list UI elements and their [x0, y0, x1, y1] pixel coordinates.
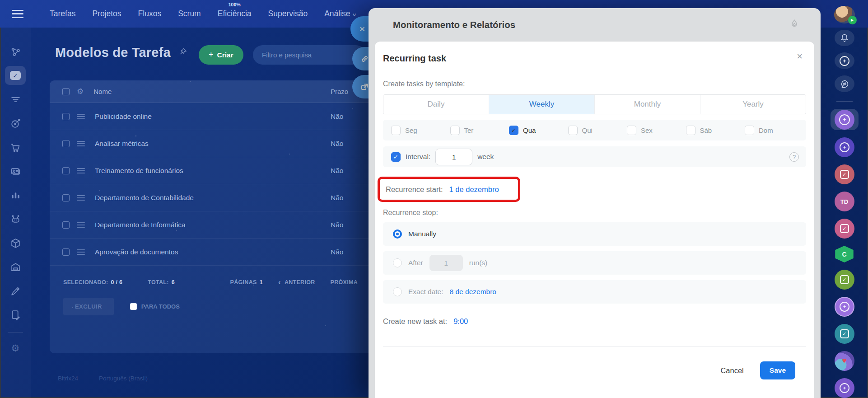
row-menu-icon[interactable] — [77, 248, 85, 256]
tasks-check-icon[interactable]: ✓ — [5, 66, 26, 85]
document-edit-icon[interactable] — [5, 305, 26, 324]
create-button[interactable]: + Criar — [199, 45, 243, 65]
gear-icon[interactable]: ⚙ — [5, 339, 26, 358]
copilot-icon[interactable] — [835, 52, 854, 69]
table-settings-gear-icon[interactable]: ⚙ — [77, 87, 84, 96]
tab-yearly[interactable]: Yearly — [700, 95, 806, 114]
interval-checkbox[interactable]: ✓ — [391, 152, 401, 162]
search-input[interactable] — [262, 51, 357, 59]
app-hexagon-c[interactable]: C — [835, 246, 854, 262]
active-app-highlight — [831, 109, 859, 130]
day-checkbox-ter[interactable]: Ter — [450, 126, 504, 135]
nav-item-fluxos[interactable]: Fluxos — [138, 9, 162, 19]
radio-icon[interactable] — [393, 258, 402, 267]
row-checkbox[interactable] — [62, 113, 70, 120]
cancel-button[interactable]: Cancel — [720, 366, 743, 375]
task-templates-table: ⚙ Nome Prazo Publicidade onlineNão Anali… — [50, 80, 371, 353]
nav-item-analise[interactable]: Análise∨ — [324, 9, 356, 19]
row-menu-icon[interactable] — [77, 167, 85, 175]
row-checkbox[interactable] — [62, 194, 70, 201]
prev-page-button[interactable]: ‹ANTERIOR — [278, 278, 315, 286]
row-menu-icon[interactable] — [77, 140, 85, 148]
app-copilot-indigo[interactable] — [835, 137, 854, 157]
next-page-button[interactable]: PRÓXIMA — [331, 279, 358, 286]
table-row[interactable]: Aprovação de documentosNão — [50, 239, 371, 266]
row-menu-icon[interactable] — [77, 194, 85, 202]
day-checkbox-qui[interactable]: Qui — [568, 126, 621, 135]
question-circle-icon[interactable]: ? — [789, 152, 799, 162]
recurrence-start-date-link[interactable]: 1 de dezembro — [449, 185, 499, 194]
pen-icon[interactable] — [5, 281, 26, 300]
nav-item-projetos[interactable]: Projetos — [92, 9, 121, 19]
app-tasks-rose[interactable]: ✓ — [835, 164, 854, 184]
day-checkbox-qua[interactable]: ✓Qua — [509, 126, 562, 135]
interval-input[interactable] — [435, 149, 472, 165]
app-tasks-green[interactable]: ✓ — [835, 270, 854, 290]
table-row[interactable]: Departamento de ContabilidadeNão — [50, 184, 371, 211]
stop-option-manually[interactable]: Manually — [383, 222, 806, 246]
building-icon[interactable] — [5, 258, 26, 276]
pin-icon[interactable] — [178, 47, 187, 58]
day-checkbox-sab[interactable]: Sáb — [686, 126, 739, 135]
interval-row: ✓ Interval: week ? — [383, 146, 806, 167]
flame-icon[interactable] — [789, 19, 800, 31]
after-runs-input[interactable] — [429, 255, 463, 271]
for-all-checkbox[interactable]: PARA TODOS — [130, 303, 180, 310]
save-button[interactable]: Save — [760, 361, 795, 379]
day-checkbox-sex[interactable]: Sex — [627, 126, 680, 135]
create-time-link[interactable]: 9:00 — [453, 317, 468, 326]
table-row[interactable]: Departamento de InformáticaNão — [50, 211, 371, 239]
notifications-bell-icon[interactable] — [835, 30, 854, 47]
footer-link[interactable]: Bitrix24 — [58, 375, 78, 382]
nav-item-eficiencia[interactable]: 100% Eficiência — [218, 9, 252, 19]
row-checkbox[interactable] — [62, 248, 70, 256]
day-checkbox-dom[interactable]: Dom — [745, 126, 798, 135]
stop-option-exact-date[interactable]: Exact date: 8 de dezembro — [383, 280, 806, 304]
share-network-icon[interactable] — [5, 42, 26, 61]
hamburger-icon[interactable] — [12, 10, 23, 18]
row-checkbox[interactable] — [62, 167, 70, 174]
delete-button[interactable]: EXCLUIR — [63, 298, 114, 315]
messenger-icon[interactable] — [835, 75, 854, 92]
stop-option-after[interactable]: After run(s) — [383, 251, 806, 275]
table-row[interactable]: Treinamento de funcionáriosNão — [50, 157, 371, 184]
pages-label: PÁGINAS — [230, 279, 257, 286]
app-illustration-avatar[interactable]: ♥ — [835, 351, 854, 371]
exact-date-link[interactable]: 8 de dezembro — [450, 288, 496, 296]
app-tasks-pink[interactable]: ✓ — [835, 219, 854, 239]
nav-item-supervisao[interactable]: Supervisão — [268, 9, 308, 19]
footer-link[interactable]: Português (Brasil) — [99, 375, 148, 382]
app-copilot-violet[interactable] — [835, 297, 854, 317]
tab-monthly[interactable]: Monthly — [595, 95, 700, 114]
table-row[interactable]: Analisar métricasNão — [50, 130, 371, 157]
target-icon[interactable] — [5, 114, 26, 133]
app-td[interactable]: TD — [835, 192, 854, 211]
box-icon[interactable] — [5, 234, 26, 253]
app-tasks-teal[interactable]: ✓ — [835, 324, 854, 344]
row-menu-icon[interactable] — [77, 112, 85, 121]
funnel-icon[interactable] — [5, 90, 26, 109]
rail-divider — [836, 101, 853, 102]
table-footer-stats: SELECIONADO:0 / 6 TOTAL:6 PÁGINAS1 ‹ANTE… — [50, 278, 371, 286]
row-menu-icon[interactable] — [77, 221, 85, 229]
id-card-icon[interactable] — [5, 162, 26, 181]
chevron-down-icon: ∨ — [352, 12, 356, 17]
day-checkbox-seg[interactable]: Seg — [391, 126, 444, 135]
row-checkbox[interactable] — [62, 221, 70, 229]
app-copilot-cut[interactable] — [835, 378, 854, 398]
radio-icon[interactable] — [393, 287, 402, 296]
tab-daily[interactable]: Daily — [383, 95, 489, 114]
bar-chart-icon[interactable] — [5, 186, 26, 205]
radio-selected-icon[interactable] — [393, 229, 402, 239]
select-all-checkbox[interactable] — [62, 88, 70, 95]
nav-item-scrum[interactable]: Scrum — [178, 9, 201, 19]
app-copilot-purple[interactable] — [835, 110, 854, 130]
robot-icon[interactable] — [5, 210, 26, 229]
table-row[interactable]: Publicidade onlineNão — [50, 103, 371, 130]
cart-icon[interactable] — [5, 138, 26, 157]
column-name[interactable]: Nome — [93, 88, 331, 95]
nav-item-tarefas[interactable]: Tarefas — [50, 9, 75, 19]
user-avatar[interactable]: ▶ — [834, 6, 855, 23]
row-checkbox[interactable] — [62, 140, 70, 147]
tab-weekly[interactable]: Weekly — [489, 95, 595, 114]
